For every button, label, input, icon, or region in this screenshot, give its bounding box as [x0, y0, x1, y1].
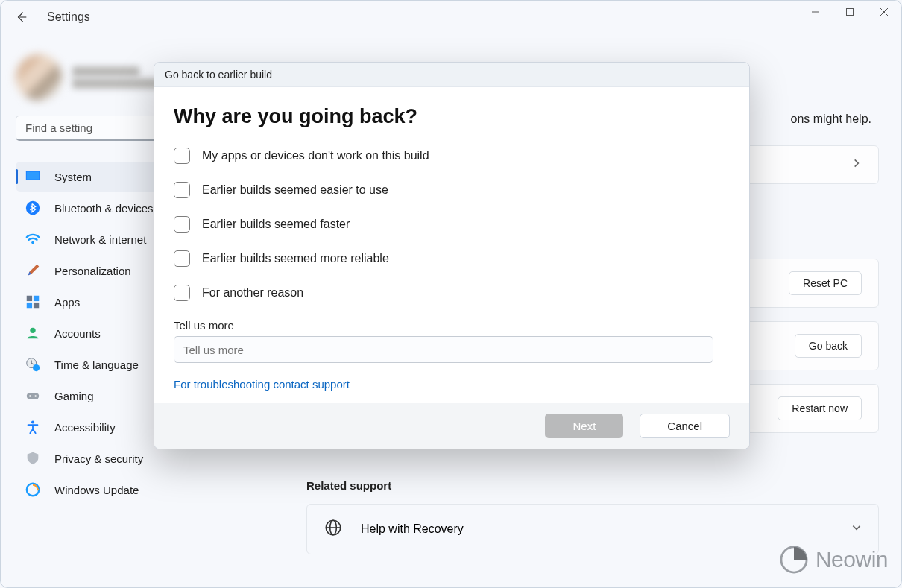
reason-label: Earlier builds seemed more reliable — [202, 252, 389, 265]
checkbox[interactable] — [174, 285, 190, 301]
dialog-footer: Next Cancel — [154, 403, 749, 449]
reason-option-2[interactable]: Earlier builds seemed faster — [174, 216, 730, 233]
tell-us-more-label: Tell us more — [174, 319, 730, 332]
reason-label: Earlier builds seemed faster — [202, 218, 350, 231]
reason-option-4[interactable]: For another reason — [174, 285, 730, 301]
go-back-dialog: Go back to earlier build Why are you goi… — [154, 62, 750, 449]
next-button[interactable]: Next — [545, 414, 623, 438]
watermark-text: Neowin — [816, 547, 888, 572]
reason-label: For another reason — [202, 286, 303, 300]
dialog-header: Go back to earlier build — [154, 63, 749, 87]
reason-label: Earlier builds seemed easier to use — [202, 183, 388, 197]
checkbox[interactable] — [174, 216, 190, 233]
watermark: Neowin — [780, 546, 888, 574]
dialog-overlay: Go back to earlier build Why are you goi… — [1, 1, 901, 587]
checkbox[interactable] — [174, 182, 190, 198]
contact-support-link[interactable]: For troubleshooting contact support — [174, 378, 350, 391]
checkbox[interactable] — [174, 148, 190, 164]
tell-us-more-input[interactable] — [174, 336, 713, 363]
dialog-title: Why are you going back? — [174, 105, 730, 128]
reason-option-3[interactable]: Earlier builds seemed more reliable — [174, 250, 730, 267]
checkbox[interactable] — [174, 250, 190, 267]
reason-option-1[interactable]: Earlier builds seemed easier to use — [174, 182, 730, 198]
reason-option-0[interactable]: My apps or devices don't work on this bu… — [174, 148, 730, 164]
cancel-button[interactable]: Cancel — [640, 414, 730, 438]
reason-label: My apps or devices don't work on this bu… — [202, 149, 429, 162]
neowin-logo-icon — [780, 546, 808, 574]
